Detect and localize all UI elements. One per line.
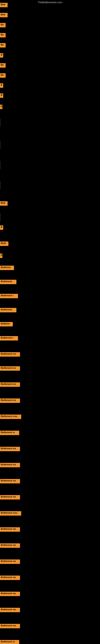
label-20: Bottlene — [0, 322, 13, 326]
label-8: Bo — [0, 73, 6, 78]
label-16: Bottlenec — [0, 266, 14, 270]
label-27: Bottleneck re — [0, 431, 19, 435]
label-19: Bottleneck — [0, 308, 16, 312]
label-1: Bott — [0, 3, 8, 7]
label-3: Bo — [0, 23, 6, 27]
label-12: Bott — [0, 201, 8, 206]
label-17: Bottleneck — [0, 280, 16, 284]
label-37: Bottleneck res — [0, 592, 20, 596]
label-31: Bottleneck res — [0, 495, 20, 500]
label-2: Bott — [0, 13, 8, 17]
label-9: B — [0, 83, 3, 88]
site-title: TheBottlenecker.com — [38, 1, 62, 4]
label-24: Bottleneck res — [0, 382, 20, 387]
label-33: Bottleneck res — [0, 527, 20, 532]
label-36: Bottleneck res — [0, 576, 20, 580]
label-38: Bottleneck res — [0, 608, 20, 612]
label-7: Bo — [0, 63, 6, 68]
label-32: Bottleneck resu — [0, 511, 21, 516]
label-34: Bottleneck res — [0, 544, 20, 548]
label-35: Bottleneck res — [0, 560, 20, 564]
label-14: Bottl — [0, 242, 8, 246]
label-6: B — [0, 53, 3, 58]
label-26: Bottleneck resu — [0, 414, 21, 419]
label-30: Bottleneck res — [0, 479, 20, 484]
label-25: Bottleneck res — [0, 398, 20, 403]
label-28: Bottleneck res — [0, 447, 20, 451]
label-39: Bottleneck res — [0, 624, 20, 628]
label-10: B — [0, 94, 3, 98]
label-29: Bottleneck res — [0, 463, 20, 467]
label-40: Bottleneck re — [0, 640, 19, 644]
label-13: B — [0, 226, 3, 230]
label-21: Bottleneck r — [0, 336, 18, 340]
label-22: Bottleneck res — [0, 352, 20, 356]
label-15: E — [0, 254, 2, 258]
label-4: Bo — [0, 33, 6, 38]
label-11: E — [0, 105, 2, 109]
label-23: Bottleneck res — [0, 366, 20, 371]
label-18: Bottleneck r — [0, 294, 18, 298]
label-5: Bo — [0, 43, 6, 48]
